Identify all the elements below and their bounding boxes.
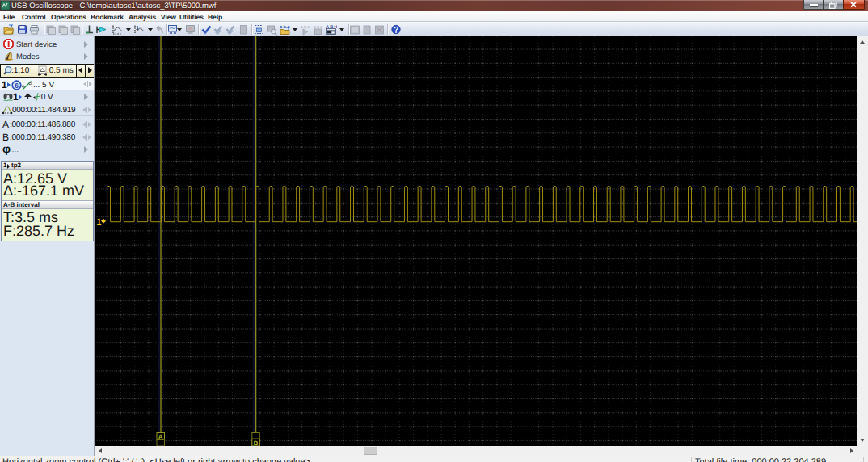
- svg-text:a b c: a b c: [314, 25, 322, 30]
- svg-text:B: B: [254, 439, 259, 446]
- svg-text:A: A: [158, 433, 163, 440]
- svg-text:1: 1: [97, 217, 102, 227]
- svg-text:6: 6: [15, 81, 19, 89]
- svg-text:a b c: a b c: [301, 25, 310, 30]
